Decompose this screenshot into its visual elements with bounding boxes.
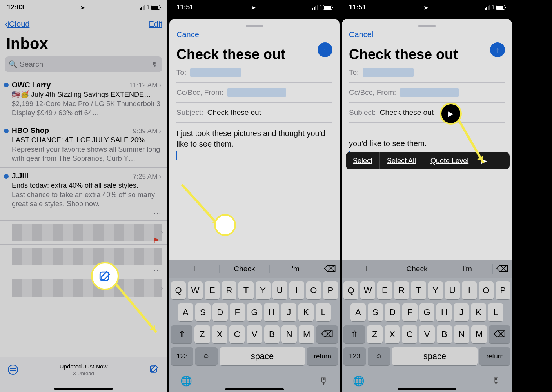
key-L[interactable]: L <box>488 303 503 321</box>
keyboard[interactable]: ICheckI'm⌫QWERTYUIOPASDFGHJKL⇧ZXCVBNM⌫12… <box>342 260 512 392</box>
numbers-key[interactable]: 123 <box>343 347 366 365</box>
to-field[interactable]: To: <box>349 63 505 83</box>
back-button[interactable]: ‹ iCloud <box>5 18 29 30</box>
cancel-button[interactable]: Cancel <box>176 30 201 39</box>
mail-row-redacted[interactable]: › <box>0 276 167 300</box>
key-K[interactable]: K <box>471 303 486 321</box>
key-X[interactable]: X <box>385 325 400 343</box>
key-J[interactable]: J <box>281 303 296 321</box>
dictation-icon[interactable]: 🎙 <box>319 376 329 387</box>
cancel-button[interactable]: Cancel <box>349 30 373 39</box>
key-O[interactable]: O <box>306 281 321 299</box>
edit-button[interactable]: Edit <box>149 20 162 29</box>
space-key[interactable]: space <box>392 347 478 365</box>
filter-button[interactable] <box>8 365 18 375</box>
cc-field[interactable]: Cc/Bcc, From: <box>349 83 505 103</box>
key-G[interactable]: G <box>247 303 262 321</box>
key-Q[interactable]: Q <box>343 281 358 299</box>
send-button[interactable]: ↑ <box>318 42 332 57</box>
ctx-select[interactable]: Select <box>346 152 380 169</box>
key-Y[interactable]: Y <box>428 281 443 299</box>
shift-key[interactable]: ⇧ <box>343 325 365 343</box>
key-B[interactable]: B <box>437 325 452 343</box>
compose-button[interactable] <box>149 364 159 376</box>
key-B[interactable]: B <box>264 325 280 343</box>
subject-field[interactable]: Subject:Check these out <box>349 103 505 123</box>
key-O[interactable]: O <box>479 281 494 299</box>
mail-row[interactable]: J.Jill 7:25 AM› Ends today: extra 40% of… <box>0 167 167 221</box>
key-V[interactable]: V <box>419 325 434 343</box>
key-M[interactable]: M <box>471 325 487 343</box>
key-S[interactable]: S <box>368 303 383 321</box>
dictation-icon[interactable]: 🎙 <box>492 376 501 387</box>
key-I[interactable]: I <box>289 281 304 299</box>
key-Z[interactable]: Z <box>194 325 210 343</box>
search-input[interactable]: 🔍 Search 🎙 <box>5 56 162 72</box>
key-Y[interactable]: Y <box>256 281 271 299</box>
key-W[interactable]: W <box>188 281 203 299</box>
key-L[interactable]: L <box>316 303 331 321</box>
mail-row-redacted[interactable]: … <box>0 244 167 276</box>
key-N[interactable]: N <box>281 325 297 343</box>
backspace-key[interactable]: ⌫ <box>316 325 338 343</box>
key-T[interactable]: T <box>411 281 426 299</box>
key-Z[interactable]: Z <box>367 325 382 343</box>
sheet-grabber[interactable] <box>418 25 436 27</box>
to-field[interactable]: To: <box>176 63 332 83</box>
key-E[interactable]: E <box>205 281 220 299</box>
key-Q[interactable]: Q <box>171 281 186 299</box>
return-key[interactable]: return <box>307 347 338 365</box>
key-A[interactable]: A <box>178 303 193 321</box>
key-G[interactable]: G <box>419 303 435 321</box>
globe-icon[interactable]: 🌐 <box>180 376 192 387</box>
location-icon: ➤ <box>80 5 85 11</box>
space-key[interactable]: space <box>220 347 305 365</box>
key-D[interactable]: D <box>212 303 228 321</box>
mail-row[interactable]: OWC Larry 11:12 AM› 🇺🇸🥳 July 4th Sizzlin… <box>0 76 167 122</box>
key-J[interactable]: J <box>454 303 469 321</box>
send-button[interactable]: ↑ <box>490 42 505 57</box>
sheet-grabber[interactable] <box>246 25 263 27</box>
key-F[interactable]: F <box>230 303 245 321</box>
key-M[interactable]: M <box>299 325 314 343</box>
key-H[interactable]: H <box>436 303 452 321</box>
key-D[interactable]: D <box>385 303 400 321</box>
mic-icon[interactable]: 🎙 <box>151 60 158 69</box>
key-N[interactable]: N <box>454 325 469 343</box>
key-U[interactable]: U <box>272 281 287 299</box>
cc-field[interactable]: Cc/Bcc, From: <box>176 83 332 103</box>
ctx-quote-level[interactable]: Quote Level <box>423 152 476 169</box>
key-S[interactable]: S <box>195 303 211 321</box>
key-E[interactable]: E <box>377 281 392 299</box>
body-text[interactable]: I just took these pictures and thought y… <box>176 123 332 165</box>
key-A[interactable]: A <box>350 303 366 321</box>
key-X[interactable]: X <box>212 325 227 343</box>
key-C[interactable]: C <box>402 325 417 343</box>
key-P[interactable]: P <box>496 281 510 299</box>
key-T[interactable]: T <box>238 281 253 299</box>
key-W[interactable]: W <box>360 281 375 299</box>
emoji-key[interactable]: ☺ <box>368 347 390 365</box>
key-U[interactable]: U <box>445 281 460 299</box>
mail-row[interactable]: HBO Shop 9:39 AM› LAST CHANCE: 4TH OF JU… <box>0 122 167 167</box>
key-C[interactable]: C <box>229 325 245 343</box>
key-R[interactable]: R <box>222 281 236 299</box>
keyboard[interactable]: ICheckI'm⌫QWERTYUIOPASDFGHJKL⇧ZXCVBNM⌫12… <box>169 260 340 392</box>
subject-field[interactable]: Subject:Check these out <box>176 103 332 123</box>
key-H[interactable]: H <box>264 303 279 321</box>
key-V[interactable]: V <box>247 325 262 343</box>
key-P[interactable]: P <box>323 281 338 299</box>
backspace-key[interactable]: ⌫ <box>489 325 510 343</box>
numbers-key[interactable]: 123 <box>171 347 193 365</box>
key-F[interactable]: F <box>402 303 418 321</box>
mail-row-redacted[interactable]: › ⚑ <box>0 220 167 244</box>
key-K[interactable]: K <box>298 303 314 321</box>
key-R[interactable]: R <box>394 281 409 299</box>
return-key[interactable]: return <box>479 347 510 365</box>
ctx-select-all[interactable]: Select All <box>380 152 423 169</box>
globe-icon[interactable]: 🌐 <box>353 376 365 387</box>
compose-title: Check these out <box>176 46 332 63</box>
emoji-key[interactable]: ☺ <box>195 347 218 365</box>
key-I[interactable]: I <box>462 281 477 299</box>
shift-key[interactable]: ⇧ <box>171 325 192 343</box>
